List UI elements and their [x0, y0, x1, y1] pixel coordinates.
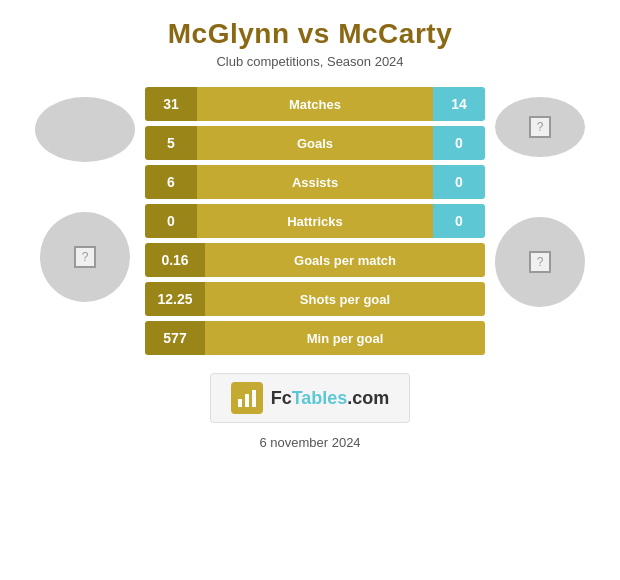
stat-row-4: 0.16Goals per match [145, 243, 485, 277]
stat-label-2: Assists [197, 165, 433, 199]
stat-label-1: Goals [197, 126, 433, 160]
stat-left-1: 5 [145, 126, 197, 160]
stat-left-4: 0.16 [145, 243, 205, 277]
stat-row-2: 6Assists0 [145, 165, 485, 199]
stat-row-5: 12.25Shots per goal [145, 282, 485, 316]
stat-row-1: 5Goals0 [145, 126, 485, 160]
date-text: 6 november 2024 [259, 435, 360, 450]
stat-right-0: 14 [433, 87, 485, 121]
brand-box: FcTables.com [210, 373, 411, 423]
stat-label-5: Shots per goal [205, 282, 485, 316]
stat-left-0: 31 [145, 87, 197, 121]
svg-rect-1 [245, 394, 249, 407]
stat-label-6: Min per goal [205, 321, 485, 355]
stat-right-1: 0 [433, 126, 485, 160]
svg-rect-2 [252, 390, 256, 407]
stat-label-3: Hattricks [197, 204, 433, 238]
stats-table: 31Matches145Goals06Assists00Hattricks00.… [145, 87, 485, 355]
stat-label-0: Matches [197, 87, 433, 121]
right-avatars: ? ? [495, 87, 585, 307]
left-placeholder-icon: ? [74, 246, 96, 268]
svg-rect-0 [238, 399, 242, 407]
stat-row-0: 31Matches14 [145, 87, 485, 121]
stat-label-4: Goals per match [205, 243, 485, 277]
left-avatar-top [35, 97, 135, 162]
left-avatar-middle: ? [40, 212, 130, 302]
stat-right-3: 0 [433, 204, 485, 238]
page-title: McGlynn vs McCarty [168, 18, 452, 50]
stat-row-3: 0Hattricks0 [145, 204, 485, 238]
stat-left-3: 0 [145, 204, 197, 238]
stat-row-6: 577Min per goal [145, 321, 485, 355]
right-placeholder-top: ? [529, 116, 551, 138]
right-placeholder-bottom: ? [529, 251, 551, 273]
left-avatars: ? [35, 87, 135, 302]
branding-section: FcTables.com 6 november 2024 [210, 373, 411, 450]
comparison-area: ? 31Matches145Goals06Assists00Hattricks0… [0, 87, 620, 355]
stat-left-6: 577 [145, 321, 205, 355]
right-avatar-top: ? [495, 97, 585, 157]
right-avatar-bottom: ? [495, 217, 585, 307]
page-subtitle: Club competitions, Season 2024 [216, 54, 403, 69]
brand-chart-icon [236, 387, 258, 409]
page: McGlynn vs McCarty Club competitions, Se… [0, 0, 620, 580]
stat-left-2: 6 [145, 165, 197, 199]
stat-left-5: 12.25 [145, 282, 205, 316]
stat-right-2: 0 [433, 165, 485, 199]
brand-icon [231, 382, 263, 414]
brand-name: FcTables.com [271, 388, 390, 409]
